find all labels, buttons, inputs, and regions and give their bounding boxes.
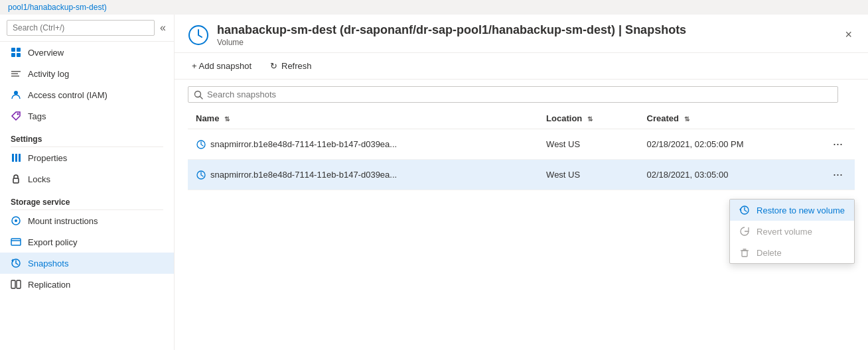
sidebar-item-label: Replication [28,280,70,290]
table-row[interactable]: snapmirror.b1e8e48d-7114-11eb-b147-d039e… [188,129,855,160]
delete-icon [739,247,750,258]
svg-rect-2 [11,53,15,57]
row1-created: 02/18/2021, 02:05:00 PM [639,129,821,160]
close-button[interactable]: × [842,25,855,44]
properties-icon [11,152,21,163]
snapshots-search-input[interactable] [207,89,832,99]
context-menu-item-revert: Revert volume [730,221,854,242]
svg-rect-12 [19,154,21,162]
svg-line-23 [200,96,203,99]
restore-label: Restore to new volume [757,205,845,215]
col-created-label: Created [647,113,679,123]
sidebar-item-label: Snapshots [28,259,68,268]
row2-created: 02/18/2021, 03:05:00 [639,160,821,190]
row1-name-cell: snapmirror.b1e8e48d-7114-11eb-b147-d039e… [188,129,538,160]
sidebar-item-label: Activity log [28,69,69,79]
column-location[interactable]: Location ⇅ [538,108,638,129]
search-input[interactable] [7,20,155,36]
sidebar-item-overview[interactable]: Overview [0,42,174,63]
page-header: hanabackup-sm-dest (dr-saponanf/dr-sap-p… [175,15,868,53]
page-title: hanabackup-sm-dest (dr-saponanf/dr-sap-p… [217,23,686,38]
row1-location: West US [538,129,638,160]
svg-point-9 [17,113,19,115]
column-created[interactable]: Created ⇅ [639,108,821,129]
export-icon [11,237,21,247]
context-menu: Restore to new volume Revert volume [729,199,855,264]
breadcrumb[interactable]: pool1/hanabackup-sm-dest) [8,3,107,12]
collapse-button[interactable]: « [159,21,167,35]
mount-icon [11,215,21,226]
column-name[interactable]: Name ⇅ [188,108,538,129]
svg-rect-0 [11,48,15,52]
settings-section-label: Settings [0,127,174,146]
sort-icon-location: ⇅ [587,115,593,123]
row2-name-cell: snapmirror.b1e8e48d-7114-11eb-b147-d039e… [188,160,538,190]
svg-rect-5 [11,74,18,75]
sort-icon-name: ⇅ [224,115,230,123]
storage-section-label: Storage service [0,190,174,209]
search-icon [194,90,203,99]
sidebar-item-label: Tags [28,111,46,121]
row1-name: snapmirror.b1e8e48d-7114-11eb-b147-d039e… [210,139,397,149]
svg-rect-1 [17,48,21,52]
sidebar-item-tags[interactable]: Tags [0,105,174,127]
row2-more-button[interactable]: ··· [829,166,847,183]
add-snapshot-button[interactable]: + Add snapshot [188,58,255,74]
svg-rect-11 [15,154,17,162]
sidebar: « Overview Acti [0,15,175,350]
svg-rect-6 [11,76,19,77]
snapshot-icon [196,170,206,180]
sidebar-item-snapshots[interactable]: Snapshots [0,253,174,274]
sidebar-item-label: Access control (IAM) [28,90,108,100]
iam-icon [11,89,21,100]
tags-icon [11,111,21,121]
row2-actions: ··· [821,160,855,190]
toolbar: + Add snapshot ↻ Refresh [175,53,868,80]
sidebar-item-locks[interactable]: Locks [0,168,174,190]
row2-name: snapmirror.b1e8e48d-7114-11eb-b147-d039e… [210,170,397,180]
sidebar-item-activity-log[interactable]: Activity log [0,63,174,84]
sidebar-item-mount-instructions[interactable]: Mount instructions [0,210,174,231]
search-row [188,80,855,108]
refresh-icon: ↻ [270,61,277,71]
svg-marker-8 [12,112,20,120]
sidebar-item-properties[interactable]: Properties [0,147,174,168]
snapshots-icon [11,258,21,268]
sidebar-item-label: Locks [28,174,50,184]
refresh-button[interactable]: ↻ Refresh [266,58,316,74]
replication-icon [11,279,21,290]
restore-icon [739,205,750,215]
main-content: hanabackup-sm-dest (dr-saponanf/dr-sap-p… [175,15,868,350]
activity-icon [11,68,21,79]
sidebar-item-access-control[interactable]: Access control (IAM) [0,84,174,105]
revert-label: Revert volume [757,227,812,237]
overview-icon [11,47,21,58]
sidebar-item-replication[interactable]: Replication [0,274,174,295]
svg-rect-10 [12,154,14,162]
svg-rect-19 [11,280,15,288]
revert-icon [739,226,750,237]
svg-rect-13 [13,178,19,183]
sort-icon-created: ⇅ [684,115,689,123]
snapshots-table: Name ⇅ Location ⇅ Created ⇅ [188,108,855,190]
row1-more-button[interactable]: ··· [829,136,847,152]
refresh-label: Refresh [281,61,312,71]
volume-clock-icon [188,25,209,46]
delete-label: Delete [757,248,782,258]
locks-icon [11,174,21,184]
sidebar-item-export-policy[interactable]: Export policy [0,231,174,253]
row2-location: West US [538,160,638,190]
col-name-label: Name [196,113,219,123]
context-menu-item-restore[interactable]: Restore to new volume [730,200,854,221]
svg-rect-27 [742,251,747,257]
svg-point-7 [14,91,18,95]
sidebar-item-label: Mount instructions [28,216,98,226]
sidebar-item-label: Export policy [28,237,77,247]
sidebar-item-label: Overview [28,48,64,58]
row1-actions: ··· [821,129,855,160]
table-row[interactable]: snapmirror.b1e8e48d-7114-11eb-b147-d039e… [188,160,855,190]
svg-point-15 [15,219,17,222]
page-title-area: hanabackup-sm-dest (dr-saponanf/dr-sap-p… [188,23,686,47]
snapshot-icon [196,139,206,150]
svg-rect-3 [17,53,21,57]
